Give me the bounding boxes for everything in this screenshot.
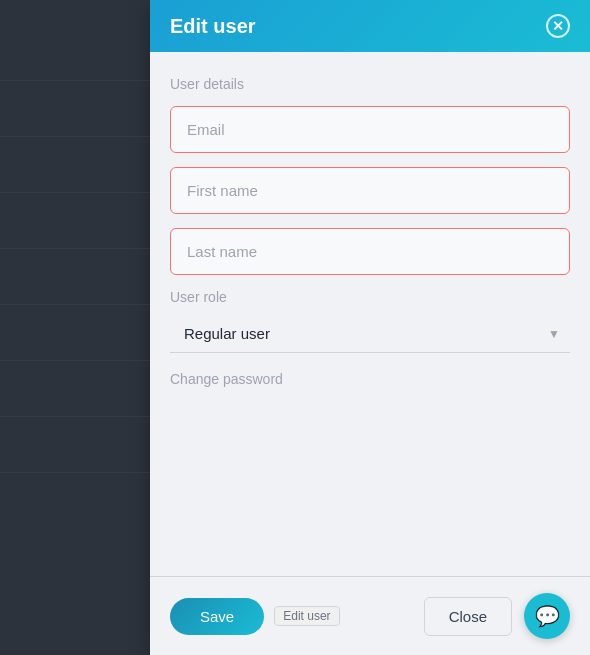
last-name-field-wrapper [170,228,570,275]
close-button[interactable]: Close [424,597,512,636]
modal-title: Edit user [170,15,256,38]
role-select-wrapper: Regular user Admin Viewer ▼ [170,315,570,353]
user-role-label: User role [170,289,570,305]
modal-header: Edit user ✕ [150,0,590,52]
chat-fab-button[interactable]: 💬 [524,593,570,639]
user-details-label: User details [170,76,570,92]
email-input[interactable] [170,106,570,153]
modal-body: User details User role Regular user Admi… [150,52,590,576]
modal-footer: Save Edit user Close 💬 [150,576,590,655]
tooltip-label: Edit user [274,606,339,626]
close-x-button[interactable]: ✕ [546,14,570,38]
first-name-input[interactable] [170,167,570,214]
footer-right-actions: Close 💬 [424,593,570,639]
email-field-wrapper [170,106,570,153]
change-password-link[interactable]: Change password [170,371,570,387]
footer-left-actions: Save Edit user [170,598,340,635]
first-name-field-wrapper [170,167,570,214]
last-name-input[interactable] [170,228,570,275]
save-button[interactable]: Save [170,598,264,635]
chat-icon: 💬 [535,604,560,628]
edit-user-modal: Edit user ✕ User details User role Regul… [150,0,590,655]
role-select[interactable]: Regular user Admin Viewer [170,315,570,353]
